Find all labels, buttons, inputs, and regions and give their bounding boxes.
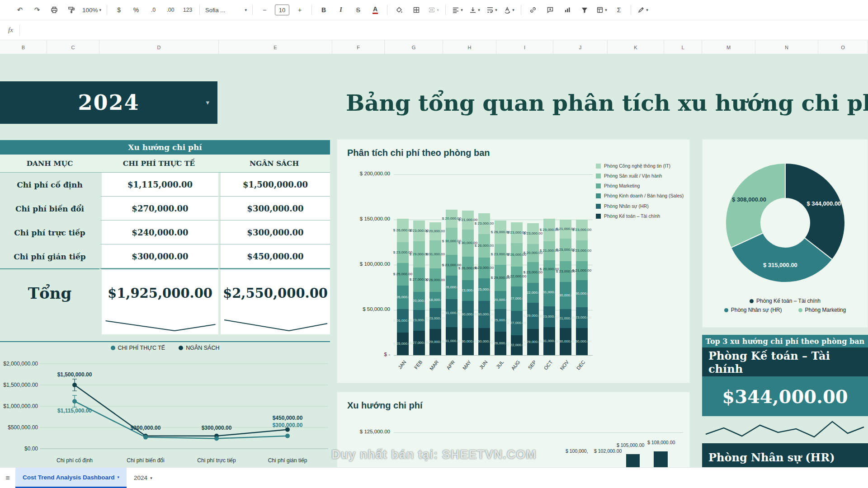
undo-button[interactable]: ↶ (12, 4, 28, 16)
column-header-O[interactable]: O (818, 40, 868, 54)
column-header-N[interactable]: N (755, 40, 818, 54)
strikethrough-icon: S (356, 6, 360, 14)
dept-cost-bar-chart[interactable]: Phân tích chi phí theo phòng ban $ 200,0… (337, 139, 690, 383)
merge-cells-button[interactable]: ▾ (425, 4, 442, 16)
spreadsheet-app: ↶ ↷ 100%▾ $ % .0 .00 123 Sofia ...▾ − 10… (0, 0, 868, 488)
cost-compare-line-chart[interactable]: CHI PHÍ THỰC TẾNGÂN SÁCH $2,000,000.00$1… (0, 341, 330, 468)
column-header-J[interactable]: J (553, 40, 608, 54)
year-selector[interactable]: 2024 ▾ (0, 81, 217, 124)
table-views-button[interactable]: ▾ (594, 4, 610, 16)
text-wrap-button[interactable]: ▾ (484, 4, 500, 16)
y-axis-label: $ 125,000.00 (340, 429, 390, 434)
increase-decimal-icon: .00 (167, 7, 175, 13)
top3-panel: Top 3 xu hướng chi phí theo phòng ban Ph… (702, 335, 868, 468)
divider (19, 25, 20, 36)
column-header-I[interactable]: I (496, 40, 553, 54)
column-header-G[interactable]: G (385, 40, 443, 54)
borders-button[interactable] (408, 4, 425, 16)
italic-button[interactable]: I (333, 4, 349, 16)
increase-font-size-button[interactable]: + (292, 4, 308, 16)
horizontal-align-icon (452, 6, 459, 14)
decrease-decimal-button[interactable]: .0 (145, 4, 161, 16)
zoom-control[interactable]: 100%▾ (80, 4, 103, 16)
table-header-row: DANH MỤC CHI PHÍ THỰC TẾ NGÂN SÁCH (0, 155, 330, 173)
svg-text:$300,000.00: $300,000.00 (273, 422, 303, 428)
input-tools-button[interactable]: ▾ (635, 4, 651, 16)
caret-down-icon: ▾ (206, 99, 210, 107)
legend-label: Phòng Nhân sự (HR) (604, 203, 649, 209)
paint-format-button[interactable] (63, 4, 80, 16)
text-color-button[interactable]: A (367, 4, 383, 16)
svg-text:$300,000.00: $300,000.00 (131, 425, 161, 431)
svg-text:$ 344,000.00: $ 344,000.00 (807, 200, 841, 207)
toolbar: ↶ ↷ 100%▾ $ % .0 .00 123 Sofia ...▾ − 10… (0, 0, 868, 20)
row-actual-value: $240,000.00 (99, 221, 218, 244)
insert-comment-button[interactable] (542, 4, 558, 16)
toolbar-divider (631, 5, 631, 15)
column-header-F[interactable]: F (332, 40, 385, 54)
row-budget-value: $1,500,000.00 (218, 173, 330, 197)
legend-label: CHI PHÍ THỰC TẾ (118, 345, 165, 351)
dashboard-title: Bảng tổng quan phân tích xu hướng chi ph… (346, 90, 868, 116)
bar-value-label: $ 20,000.00 (422, 229, 449, 233)
bar-value-label: $ 27,000.00 (503, 321, 530, 325)
text-rotation-button[interactable]: ▾ (501, 4, 517, 16)
toolbar-divider (199, 5, 200, 15)
format-currency-button[interactable]: $ (111, 4, 127, 16)
functions-button[interactable]: Σ (611, 4, 627, 16)
font-family-selector[interactable]: Sofia ...▾ (203, 4, 249, 16)
insert-chart-button[interactable] (559, 4, 576, 16)
font-size-input[interactable]: 10 (275, 5, 289, 15)
column-header-C[interactable]: C (47, 40, 99, 54)
format-percent-button[interactable]: % (128, 4, 144, 16)
table-sparkline-row (0, 317, 330, 334)
currency-icon: $ (117, 6, 121, 14)
horizontal-align-button[interactable]: ▾ (449, 4, 466, 16)
italic-icon: I (340, 6, 342, 14)
caret-down-icon: ▾ (495, 8, 497, 12)
caret-down-icon: ▾ (512, 8, 514, 12)
caret-down-icon: ▾ (605, 8, 607, 12)
legend-item: Phòng Marketing (596, 183, 686, 189)
legend-label: Phòng Sản xuất / Vận hành (604, 173, 662, 179)
row-actual-value: $270,000.00 (99, 197, 218, 221)
fill-color-button[interactable] (391, 4, 407, 16)
redo-button[interactable]: ↷ (29, 4, 45, 16)
minus-icon: − (263, 6, 266, 14)
bar-value-label: $ 23,000.00 (422, 316, 449, 320)
number-format-button[interactable]: 123 (179, 4, 196, 16)
bar-value-label: $ 23,000.00 (568, 228, 595, 232)
svg-text:$450,000.00: $450,000.00 (273, 415, 303, 421)
legend-swatch (596, 193, 601, 198)
bar (626, 454, 640, 467)
bold-button[interactable]: B (316, 4, 332, 16)
legend-label: Phòng Nhân sự (HR) (731, 307, 782, 313)
svg-text:$0.00: $0.00 (24, 446, 38, 452)
column-header-K[interactable]: K (608, 40, 664, 54)
dept-share-donut-chart[interactable]: $ 344,000.00$ 315,000.00$ 308,000.00 Phò… (702, 139, 868, 328)
column-header-E[interactable]: E (219, 40, 332, 54)
increase-decimal-button[interactable]: .00 (162, 4, 179, 16)
tab-2024[interactable]: 2024 ▾ (127, 468, 160, 488)
decrease-font-size-button[interactable]: − (256, 4, 273, 16)
legend-label: Phòng Kế toán – Tài chính (604, 213, 660, 219)
insert-link-button[interactable] (525, 4, 541, 16)
chart-legend: Phòng Kế toán – Tài chínhPhòng Nhân sự (… (703, 298, 868, 313)
strikethrough-button[interactable]: S (350, 4, 366, 16)
create-filter-button[interactable] (576, 4, 593, 16)
caret-down-icon: ▾ (245, 8, 247, 12)
column-header-B[interactable]: B (0, 40, 47, 54)
column-header-H[interactable]: H (443, 40, 496, 54)
toolbar-divider (521, 5, 521, 15)
column-header-M[interactable]: M (702, 40, 755, 54)
redo-icon: ↷ (34, 6, 40, 14)
spacer (0, 317, 99, 334)
print-button[interactable] (46, 4, 62, 16)
functions-icon: Σ (617, 6, 621, 14)
vertical-align-button[interactable]: ▾ (467, 4, 483, 16)
column-header-L[interactable]: L (664, 40, 702, 54)
all-sheets-button[interactable]: ≡ (0, 468, 15, 488)
tab-cost-trend-analysis-dashboard[interactable]: Cost Trend Analysis Dashboard ▾ (15, 468, 127, 488)
column-header-D[interactable]: D (99, 40, 219, 54)
formula-input[interactable] (24, 20, 868, 40)
